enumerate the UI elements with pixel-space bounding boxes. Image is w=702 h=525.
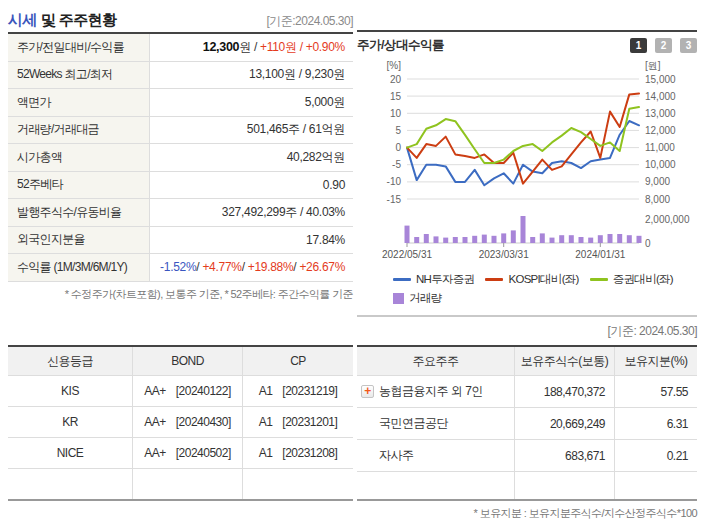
- cp-date: [20231219]: [282, 384, 337, 398]
- value-part: 40,282억원: [287, 149, 345, 166]
- value-part: -1.52%: [160, 260, 196, 274]
- ratio-cell: 57.55: [615, 376, 697, 407]
- row-label: 외국인지분율: [8, 227, 150, 254]
- table-row: 외국인지분율17.84%: [8, 227, 353, 255]
- table-row: 발행주식수/유동비율327,492,299주 / 40.03%: [8, 199, 353, 227]
- divider: [357, 315, 697, 317]
- quote-section: 시세 및 주주현황 [기준:2024.05.30] 주가/전일대비/수익률12,…: [8, 8, 353, 302]
- chart-legend: NH투자증권KOSPI대비(좌)증권대비(좌)거래량: [357, 270, 697, 308]
- bond-date: [20240122]: [176, 384, 231, 398]
- svg-text:5: 5: [395, 125, 401, 136]
- header-cell: 신용등급: [8, 347, 133, 375]
- svg-text:12,000: 12,000: [645, 125, 676, 136]
- chart-header: 주가/상대수익률 123: [357, 32, 697, 59]
- cp-cell: A1[20231208]: [243, 438, 353, 468]
- legend-item-volume: 거래량: [393, 289, 441, 308]
- svg-text:0: 0: [395, 142, 401, 153]
- chart-tab-1[interactable]: 1: [630, 38, 647, 53]
- table-header-row: 신용등급BONDCP: [8, 347, 353, 376]
- value-part: 12,300: [203, 40, 239, 54]
- spacer: [357, 8, 697, 30]
- table-row: [8, 469, 353, 499]
- chart-area: 2015,0001514,0001013,000512,000011,000-5…: [357, 59, 697, 269]
- row-label: 52Weeks 최고/최저: [8, 62, 150, 89]
- reference-date: [기준:2024.05.30]: [266, 13, 353, 30]
- page-title-accent: 시세: [8, 11, 37, 28]
- legend-row-volume: 거래량: [393, 289, 697, 308]
- value-part: +19.88%: [248, 260, 294, 274]
- row-label: 주가/전일대비/수익률: [8, 34, 150, 61]
- header-cell: CP: [243, 347, 353, 375]
- row-label: 52주베타: [8, 172, 150, 199]
- major-holders-section: 주요주주보유주식수(보통)보유지분(%)+농협금융지주 외 7인188,470,…: [357, 345, 697, 521]
- svg-text:11,000: 11,000: [645, 142, 675, 153]
- expand-plus-icon[interactable]: +: [361, 385, 374, 398]
- row-label: 거래량/거래대금: [8, 117, 150, 144]
- table-header-row: 주요주주보유주식수(보통)보유지분(%): [357, 347, 697, 376]
- bond-cell: AA+[20240502]: [133, 438, 243, 468]
- legend-label: KOSPI대비(좌): [508, 270, 578, 289]
- legend-label: 거래량: [409, 289, 441, 308]
- svg-text:15: 15: [390, 91, 402, 102]
- table-row: +농협금융지주 외 7인188,470,37257.55: [357, 376, 697, 408]
- legend-item-line: KOSPI대비(좌): [485, 270, 578, 289]
- agency-cell: [8, 469, 133, 499]
- bond-cell: AA+[20240122]: [133, 376, 243, 406]
- table-row: 자사주683,6710.21: [357, 440, 697, 472]
- price-volume-chart: 2015,0001514,0001013,000512,000011,000-5…: [357, 59, 697, 265]
- value-part: +4.77%: [202, 260, 241, 274]
- svg-text:[%]: [%]: [387, 60, 402, 71]
- table-row: NICEAA+[20240502]A1[20231208]: [8, 438, 353, 469]
- row-value: 327,492,299주 / 40.03%: [150, 199, 353, 226]
- row-label: 발행주식수/유동비율: [8, 199, 150, 226]
- bond-grade: AA+: [144, 415, 166, 429]
- svg-text:10: 10: [390, 108, 402, 119]
- holders-footnote: * 보유지분 : 보유지분주식수/지수산정주식수*100: [357, 506, 697, 521]
- chart-tab-2[interactable]: 2: [655, 38, 672, 53]
- holder-name-cell: +농협금융지주 외 7인: [357, 376, 515, 407]
- bond-cell: [133, 469, 243, 499]
- value-part: +110원 / +0.90%: [260, 39, 345, 56]
- bond-grade: AA+: [144, 384, 166, 398]
- chart-section: 주가/상대수익률 123 2015,0001514,0001013,000512…: [357, 8, 697, 340]
- shares-cell: [515, 472, 615, 499]
- quote-table: 주가/전일대비/수익률12,300원 / +110원 / +0.90%52Wee…: [8, 32, 353, 282]
- svg-text:[원]: [원]: [645, 60, 661, 71]
- value-part: 13,100원 / 9,230원: [249, 66, 345, 83]
- credit-rating-section: 신용등급BONDCPKISAA+[20240122]A1[20231219]KR…: [8, 345, 353, 501]
- value-part: 원 /: [239, 39, 260, 56]
- cp-date: [20231201]: [282, 415, 337, 429]
- ratio-cell: [615, 472, 697, 499]
- chart-title: 주가/상대수익률: [357, 37, 444, 54]
- header-cell: 보유지분(%): [615, 347, 697, 375]
- title-row: 시세 및 주주현황 [기준:2024.05.30]: [8, 8, 353, 30]
- cp-date: [20231208]: [282, 446, 337, 460]
- holder-name: 농협금융지주 외 7인: [379, 383, 483, 400]
- svg-text:15,000: 15,000: [645, 74, 676, 85]
- credit-rating-table: 신용등급BONDCPKISAA+[20240122]A1[20231219]KR…: [8, 345, 353, 501]
- holder-name-cell: 자사주: [357, 440, 515, 471]
- bond-grade: AA+: [144, 446, 166, 460]
- svg-text:10,000: 10,000: [645, 159, 676, 170]
- major-holders-table: 주요주주보유주식수(보통)보유지분(%)+농협금융지주 외 7인188,470,…: [357, 345, 697, 501]
- svg-text:8,000: 8,000: [645, 194, 670, 205]
- svg-text:9,000: 9,000: [645, 176, 670, 187]
- row-value: 12,300원 / +110원 / +0.90%: [150, 34, 353, 61]
- table-row: 국민연금공단20,669,2496.31: [357, 408, 697, 440]
- header-cell: 주요주주: [357, 347, 515, 375]
- ratio-cell: 6.31: [615, 408, 697, 439]
- stock-overview-page: 시세 및 주주현황 [기준:2024.05.30] 주가/전일대비/수익률12,…: [0, 0, 702, 525]
- row-value: 0.90: [150, 172, 353, 199]
- table-row: KRAA+[20240430]A1[20231201]: [8, 407, 353, 438]
- cp-cell: A1[20231219]: [243, 376, 353, 406]
- svg-text:13,000: 13,000: [645, 108, 676, 119]
- row-value: 40,282억원: [150, 144, 353, 171]
- holder-name-cell: 국민연금공단: [357, 408, 515, 439]
- legend-label: NH투자증권: [416, 270, 474, 289]
- svg-text:2022/05/31: 2022/05/31: [382, 249, 432, 260]
- value-part: 17.84%: [306, 233, 345, 247]
- svg-text:2024/01/31: 2024/01/31: [575, 249, 625, 260]
- agency-cell: KR: [8, 407, 133, 437]
- legend-label: 증권대비(좌): [613, 270, 673, 289]
- chart-tab-3[interactable]: 3: [680, 38, 697, 53]
